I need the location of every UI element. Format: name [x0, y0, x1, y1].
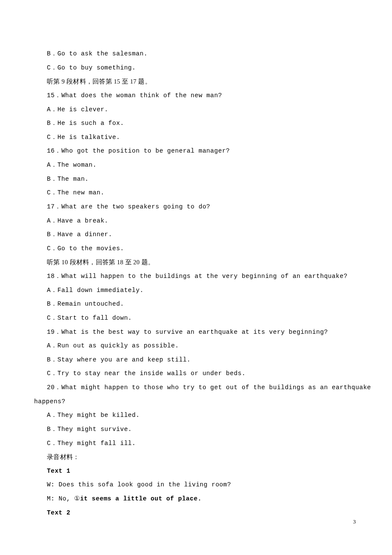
question-17: 17．What are the two speakers going to do… [34, 200, 358, 214]
option-a: A．Fall down immediately. [34, 283, 358, 298]
option-b: B．They might survive. [34, 422, 358, 436]
option-c: C．Go to the movies. [34, 242, 358, 256]
option-c: C．He is talkative. [34, 130, 358, 145]
recording-material-label: 录音材料： [34, 450, 358, 464]
option-b: B．Stay where you are and keep still. [34, 353, 358, 367]
page-number: 3 [353, 518, 356, 525]
question-20-continuation: happens? [34, 395, 358, 409]
option-c: C．They might fall ill. [34, 436, 358, 451]
option-a: A．The woman. [34, 158, 358, 172]
text-1-heading: Text 1 [34, 464, 358, 478]
option-a: A．Have a break. [34, 214, 358, 228]
emphasized-text: it seems a little out of place. [80, 495, 202, 502]
option-b: B．Remain untouched. [34, 297, 358, 311]
option-a: A．He is clever. [34, 103, 358, 117]
question-19: 19．What is the best way to survive an ea… [34, 325, 358, 339]
option-b: B．Have a dinner. [34, 228, 358, 242]
section-instruction: 听第 10 段材料，回答第 18 至 20 题。 [34, 255, 358, 269]
question-16: 16．Who got the position to be general ma… [34, 144, 358, 158]
option-a: A．They might be killed. [34, 408, 358, 422]
section-instruction: 听第 9 段材料，回答第 15 至 17 题。 [34, 75, 358, 89]
text-2-heading: Text 2 [34, 506, 358, 520]
option-a: A．Run out as quickly as possible. [34, 339, 358, 353]
option-b: B．He is such a fox. [34, 116, 358, 130]
dialogue-prefix: M: No, [47, 495, 74, 502]
question-20: 20．What might happen to those who try to… [34, 381, 358, 395]
option-c: C．Start to fall down. [34, 311, 358, 325]
option-c: C．Try to stay near the inside walls or u… [34, 367, 358, 381]
question-15: 15．What does the woman think of the new … [34, 89, 358, 103]
option-b: B．Go to ask the salesman. [34, 47, 358, 61]
option-c: C．The new man. [34, 186, 358, 200]
dialogue-w: W: Does this sofa look good in the livin… [34, 478, 358, 492]
circled-number-icon: ① [74, 495, 80, 502]
dialogue-m: M: No, ①it seems a little out of place. [34, 492, 358, 506]
question-number: 20． [47, 384, 61, 391]
question-text: What might happen to those who try to ge… [61, 384, 371, 391]
document-body: B．Go to ask the salesman. C．Go to buy so… [0, 0, 392, 520]
option-c: C．Go to buy something. [34, 61, 358, 75]
question-18: 18．What will happen to the buildings at … [34, 269, 358, 283]
option-b: B．The man. [34, 172, 358, 186]
